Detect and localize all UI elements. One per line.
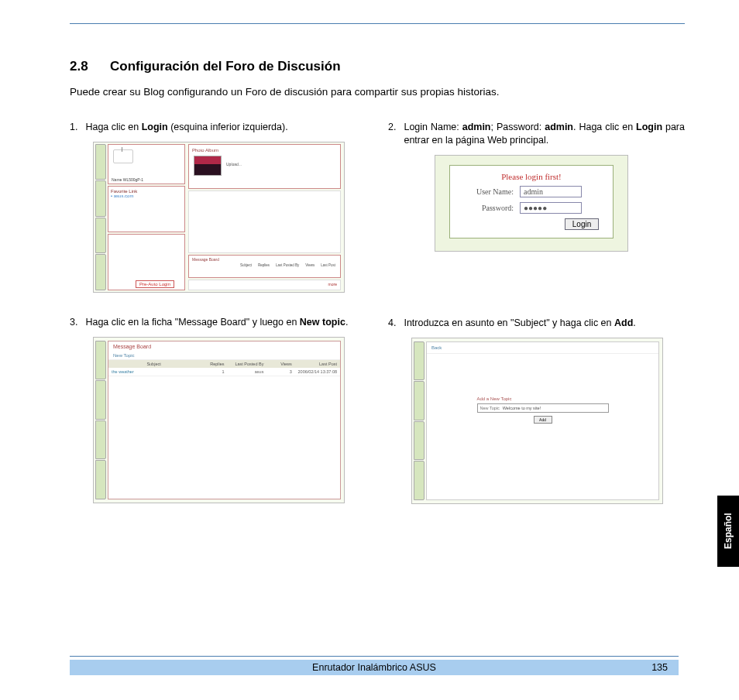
- step-num: 3.: [70, 316, 77, 329]
- password-input[interactable]: ●●●●●: [520, 202, 582, 214]
- vtab[interactable]: [95, 218, 106, 254]
- page-number: 135: [651, 662, 668, 673]
- vtab[interactable]: [414, 341, 424, 381]
- step-num: 4.: [388, 317, 396, 330]
- login-title: Please login first!: [459, 172, 603, 181]
- figure-3: Message Board New Topic Subject Replies …: [93, 337, 345, 503]
- vtab[interactable]: [95, 460, 106, 499]
- table-header: Subject Replies Last Posted By Views Las…: [108, 360, 340, 368]
- add-button[interactable]: Add: [534, 416, 552, 424]
- new-topic-link[interactable]: New Topic: [108, 352, 340, 360]
- page-footer: Enrutador Inalámbrico ASUS 135: [70, 656, 679, 675]
- device-panel: Name WL500gP-1: [108, 144, 185, 184]
- step-num: 2.: [388, 121, 396, 147]
- footer-title: Enrutador Inalámbrico ASUS: [312, 662, 436, 673]
- step-text: Haga clic en Login (esquina inferior izq…: [85, 121, 287, 134]
- username-input[interactable]: admin: [520, 186, 582, 197]
- message-board-panel: Message Board Subject Replies Last Poste…: [188, 255, 341, 278]
- step-1: 1. Haga clic en Login (esquina inferior …: [70, 121, 366, 134]
- vtab[interactable]: [95, 341, 106, 380]
- vtab[interactable]: [95, 420, 106, 460]
- vtab[interactable]: [414, 381, 424, 420]
- sidebar-tabs: [95, 341, 106, 499]
- vtab[interactable]: [95, 144, 106, 180]
- figure-1: Name WL500gP-1 Favorite Link • asus.com …: [93, 142, 345, 293]
- figure-2: Please login first! User Name: admin Pas…: [435, 155, 628, 252]
- top-rule: [70, 23, 685, 24]
- vtab[interactable]: [95, 180, 106, 217]
- device-name: Name WL500gP-1: [112, 177, 143, 182]
- section-title: 2.8Configuración del Foro de Discusión: [70, 59, 685, 74]
- language-tab: Español: [717, 496, 739, 567]
- content-blank: [188, 190, 341, 253]
- login-button[interactable]: Login: [565, 218, 599, 230]
- step-text: Introduzca en asunto en "Subject" y haga…: [404, 317, 635, 330]
- password-label: Password:: [459, 204, 514, 212]
- step-text: Haga clic en la ficha "Message Board" y …: [85, 316, 348, 329]
- back-link[interactable]: Back: [427, 342, 658, 354]
- username-label: User Name:: [459, 187, 514, 196]
- login-card: Please login first! User Name: admin Pas…: [449, 165, 614, 238]
- more-link[interactable]: more: [328, 282, 337, 287]
- section-number: 2.8: [70, 59, 110, 74]
- mb-title: Message Board: [108, 341, 340, 352]
- vtab[interactable]: [95, 380, 106, 420]
- step-2: 2. Login Name: admin; Password: admin. H…: [388, 121, 685, 147]
- figure-4: Back Add a New Topic New Topic Welcome t…: [411, 338, 663, 504]
- vtab[interactable]: [95, 254, 106, 290]
- table-row[interactable]: the weather 1 asus 3 2006/02/14 13:37:08: [108, 368, 340, 376]
- photo-thumbnail[interactable]: [194, 156, 222, 176]
- add-topic-heading: Add a New Topic: [477, 396, 609, 401]
- footer-strip: more: [188, 280, 341, 290]
- step-3: 3. Haga clic en la ficha "Message Board"…: [70, 316, 366, 329]
- favorites-panel: Favorite Link • asus.com: [108, 186, 185, 232]
- router-icon: [113, 149, 133, 163]
- login-button[interactable]: Pre-Auto Login: [136, 280, 174, 288]
- photo-album-panel: Photo Album Upload...: [188, 144, 341, 189]
- step-4: 4. Introduzca en asunto en "Subject" y h…: [388, 317, 685, 330]
- new-topic-field[interactable]: New Topic Welcome to my site!: [477, 403, 609, 413]
- vtab[interactable]: [414, 421, 424, 461]
- step-num: 1.: [70, 121, 77, 134]
- section-heading: Configuración del Foro de Discusión: [110, 59, 341, 74]
- upload-label: Upload...: [226, 162, 242, 166]
- sidebar-tabs: [414, 341, 424, 500]
- intro-text: Puede crear su Blog configurando un Foro…: [70, 86, 685, 98]
- step-text: Login Name: admin; Password: admin. Haga…: [404, 121, 685, 147]
- vtab[interactable]: [414, 461, 424, 500]
- sidebar-tabs: [95, 144, 106, 290]
